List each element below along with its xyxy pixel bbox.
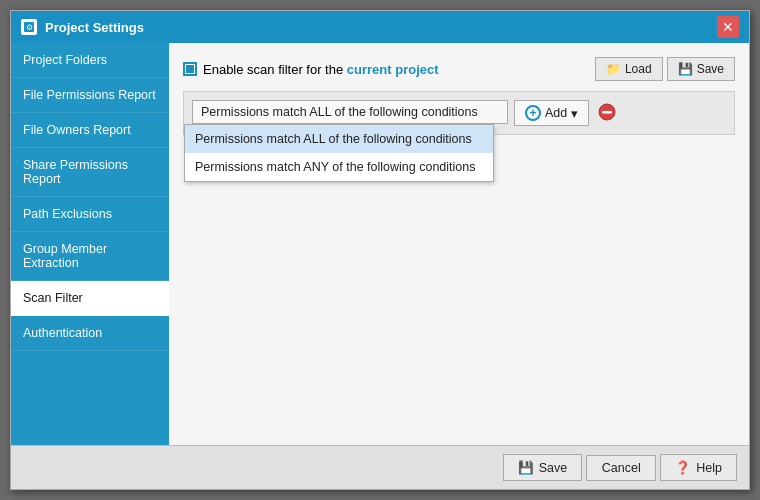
save-icon: 💾 [678,62,693,76]
sidebar-item-path-exclusions[interactable]: Path Exclusions [11,197,169,232]
footer-save-button[interactable]: 💾 Save [503,454,583,481]
sidebar-item-scan-filter[interactable]: Scan Filter [11,281,169,316]
plus-icon: + [525,105,541,121]
sidebar-item-file-permissions-report[interactable]: File Permissions Report [11,78,169,113]
dropdown-menu: Permissions match ALL of the following c… [184,124,494,182]
dropdown-option-any[interactable]: Permissions match ANY of the following c… [185,153,493,181]
remove-button[interactable] [595,100,619,124]
sidebar-item-project-folders[interactable]: Project Folders [11,43,169,78]
footer-help-button[interactable]: ❓ Help [660,454,737,481]
spacer [183,145,735,431]
checkbox-check [186,65,194,73]
filter-area: Permissions match ALL of the following c… [183,91,735,135]
title-bar-left: ⚙ Project Settings [21,19,144,35]
load-button[interactable]: 📁 Load [595,57,663,81]
load-icon: 📁 [606,62,621,76]
svg-rect-3 [602,111,612,114]
title-bar: ⚙ Project Settings ✕ [11,11,749,43]
enable-filter-checkbox[interactable] [183,62,197,76]
sidebar-item-share-permissions-report[interactable]: Share Permissions Report [11,148,169,197]
app-icon: ⚙ [21,19,37,35]
footer-save-icon: 💾 [518,460,534,475]
dialog-title: Project Settings [45,20,144,35]
svg-text:⚙: ⚙ [26,23,33,32]
sidebar: Project Folders File Permissions Report … [11,43,169,445]
conditions-dropdown[interactable]: Permissions match ALL of the following c… [192,100,508,124]
top-bar: Enable scan filter for the current proje… [183,57,735,81]
minus-circle-icon [598,103,616,121]
sidebar-item-authentication[interactable]: Authentication [11,316,169,351]
dropdown-option-all[interactable]: Permissions match ALL of the following c… [185,125,493,153]
top-buttons: 📁 Load 💾 Save [595,57,735,81]
sidebar-item-group-member-extraction[interactable]: Group Member Extraction [11,232,169,281]
save-button[interactable]: 💾 Save [667,57,735,81]
add-dropdown-arrow: ▾ [571,106,578,121]
conditions-dropdown-wrapper: Permissions match ALL of the following c… [192,100,508,124]
add-button[interactable]: + Add ▾ [514,100,589,126]
sidebar-item-file-owners-report[interactable]: File Owners Report [11,113,169,148]
footer-help-icon: ❓ [675,460,691,475]
close-button[interactable]: ✕ [717,16,739,38]
footer-cancel-button[interactable]: Cancel [586,455,656,481]
content-area: Project Folders File Permissions Report … [11,43,749,445]
dialog: ⚙ Project Settings ✕ Project Folders Fil… [10,10,750,490]
enable-filter-row: Enable scan filter for the current proje… [183,62,439,77]
enable-filter-label: Enable scan filter for the current proje… [203,62,439,77]
bottom-bar: 💾 Save Cancel ❓ Help [11,445,749,489]
main-panel: Enable scan filter for the current proje… [169,43,749,445]
